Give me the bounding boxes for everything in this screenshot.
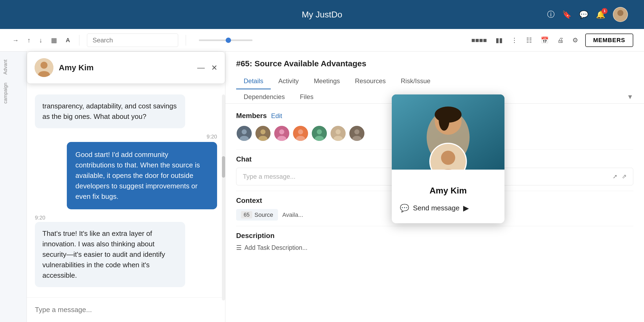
svg-point-32 xyxy=(441,151,455,165)
chat-input-placeholder: Type a message... xyxy=(243,173,295,180)
context-avail-text: Availa... xyxy=(282,211,303,218)
user-avatar[interactable] xyxy=(613,7,628,22)
svg-point-1 xyxy=(616,16,625,21)
main-content: Advant campaign Amy Kim — ✕ xyxy=(0,52,644,322)
add-description-link[interactable]: ☰ Add Task Description... xyxy=(236,244,633,251)
svg-point-15 xyxy=(298,129,303,134)
zoom-slider[interactable] xyxy=(199,39,253,41)
svg-point-24 xyxy=(354,129,360,134)
minimize-button[interactable]: — xyxy=(197,64,205,71)
svg-point-9 xyxy=(261,129,266,134)
left-sidebar: Advant campaign xyxy=(0,52,27,322)
help-icon[interactable]: ⓘ xyxy=(547,9,555,20)
tab-meetings[interactable]: Meetings xyxy=(306,74,347,89)
member-avatar-6[interactable] xyxy=(330,125,346,141)
divider-1 xyxy=(79,35,79,46)
forward-btn[interactable]: → xyxy=(11,35,20,46)
tab-dependencies[interactable]: Dependencies xyxy=(236,90,292,103)
member-avatar-1[interactable] xyxy=(236,125,252,141)
profile-card-body: Amy Kim 💬 Send message ▶ xyxy=(392,170,504,223)
member-avatar-2[interactable] xyxy=(255,125,271,141)
chat-user-avatar xyxy=(35,58,53,77)
svg-point-6 xyxy=(242,129,247,134)
svg-point-12 xyxy=(279,129,284,134)
chat-input-area xyxy=(27,297,225,322)
settings-btn[interactable]: ⚙ xyxy=(571,35,580,46)
grid-view-btn[interactable]: ■■■■ xyxy=(470,35,489,46)
tab-risk-issue[interactable]: Risk/Issue xyxy=(393,74,438,89)
task-title: #65: Source Available Advantages xyxy=(236,59,633,68)
sidebar-label-1: Advant xyxy=(3,57,24,77)
svg-point-21 xyxy=(336,129,341,134)
message-incoming-1: transparency, adaptability, and cost sav… xyxy=(35,94,185,128)
chat-icon[interactable]: 💬 xyxy=(579,10,588,19)
notification-icon[interactable]: 🔔 1 xyxy=(596,10,605,19)
app-title: My JustDo xyxy=(302,10,342,20)
profile-card-image xyxy=(392,94,504,170)
bookmark-icon[interactable]: 🔖 xyxy=(562,10,572,19)
message-time-2: 9:20 xyxy=(35,215,45,221)
svg-point-30 xyxy=(439,109,449,131)
cursor-indicator: ▶ xyxy=(463,204,469,213)
slider-thumb xyxy=(226,38,231,43)
notification-badge: 1 xyxy=(602,8,608,14)
member-avatar-7[interactable] xyxy=(349,125,365,141)
list-icon: ☰ xyxy=(236,244,242,251)
send-message-action[interactable]: 💬 Send message ▶ xyxy=(400,201,496,215)
copy-btn[interactable]: ▦ xyxy=(49,35,59,46)
up-btn[interactable]: ↑ xyxy=(26,35,32,46)
divider-3 xyxy=(236,226,633,226)
sidebar-label-2: campaign xyxy=(3,80,24,106)
chat-message-input[interactable] xyxy=(35,303,217,317)
expand-icon[interactable]: ⇗ xyxy=(622,173,627,180)
context-tag-number: 65 xyxy=(241,211,252,218)
list-view-btn[interactable]: ▮▮ xyxy=(494,35,504,46)
chat-user-name: Amy Kim xyxy=(59,63,94,72)
member-avatar-3[interactable] xyxy=(274,125,290,141)
member-avatar-5[interactable] xyxy=(311,125,327,141)
svg-point-0 xyxy=(617,10,623,16)
member-avatar-4[interactable] xyxy=(292,125,309,141)
message-outgoing-1: Good start! I'd add community contributi… xyxy=(67,142,217,209)
svg-point-18 xyxy=(317,129,322,134)
tabs-more-dropdown[interactable]: ▼ xyxy=(627,93,633,101)
tab-details[interactable]: Details xyxy=(236,74,271,89)
profile-card-name: Amy Kim xyxy=(400,186,496,196)
description-section: Description ☰ Add Task Description... xyxy=(236,232,633,251)
description-section-title: Description xyxy=(236,232,633,240)
top-nav: My JustDo ⓘ 🔖 💬 🔔 1 xyxy=(0,0,644,29)
chat-popup-header: Amy Kim — ✕ xyxy=(27,52,225,84)
message-incoming-2: That's true! It's like an extra layer of… xyxy=(35,222,185,287)
message-outgoing-wrapper-1: 9:20 Good start! I'd add community contr… xyxy=(35,134,217,209)
divider-2 xyxy=(186,35,186,46)
members-section-title: Members xyxy=(236,112,267,120)
message-time-1: 9:20 xyxy=(207,134,217,140)
context-tag: 65 Source xyxy=(236,209,278,221)
close-button[interactable]: ✕ xyxy=(211,63,217,72)
external-link-icon[interactable]: ➚ xyxy=(613,173,617,180)
columns-view-btn[interactable]: ⋮ xyxy=(510,35,519,46)
tab-activity[interactable]: Activity xyxy=(271,74,306,89)
chat-panel: Amy Kim — ✕ transparency, adaptability, … xyxy=(27,52,225,322)
search-input[interactable] xyxy=(87,34,178,47)
toolbar-right: ■■■■ ▮▮ ⋮ ☷ 📅 🖨 ⚙ MEMBERS xyxy=(470,34,633,47)
down-btn[interactable]: ↓ xyxy=(38,35,44,46)
toolbar: → ↑ ↓ ▦ A ■■■■ ▮▮ ⋮ ☷ 📅 🖨 ⚙ MEMBERS xyxy=(0,29,644,52)
members-button[interactable]: MEMBERS xyxy=(585,34,633,47)
chat-user-info: Amy Kim xyxy=(35,58,94,77)
context-tag-label: Source xyxy=(254,211,273,218)
table-view-btn[interactable]: ☷ xyxy=(525,35,534,46)
print-btn[interactable]: 🖨 xyxy=(556,35,565,46)
profile-card: Amy Kim 💬 Send message ▶ xyxy=(392,94,504,223)
task-tabs-row1: Details Activity Meetings Resources Risk… xyxy=(236,74,633,89)
tab-resources[interactable]: Resources xyxy=(347,74,393,89)
chat-expand-icons: ➚ ⇗ xyxy=(613,173,627,180)
tab-files[interactable]: Files xyxy=(292,90,321,103)
message-incoming-wrapper-2: 9:20 That's true! It's like an extra lay… xyxy=(35,215,217,287)
calendar-view-btn[interactable]: 📅 xyxy=(539,35,550,46)
text-btn[interactable]: A xyxy=(64,35,72,45)
nav-icons: ⓘ 🔖 💬 🔔 1 xyxy=(547,7,628,22)
chat-messages: transparency, adaptability, and cost sav… xyxy=(27,52,225,297)
scroll-indicator xyxy=(222,94,225,301)
members-edit-link[interactable]: Edit xyxy=(271,112,282,120)
